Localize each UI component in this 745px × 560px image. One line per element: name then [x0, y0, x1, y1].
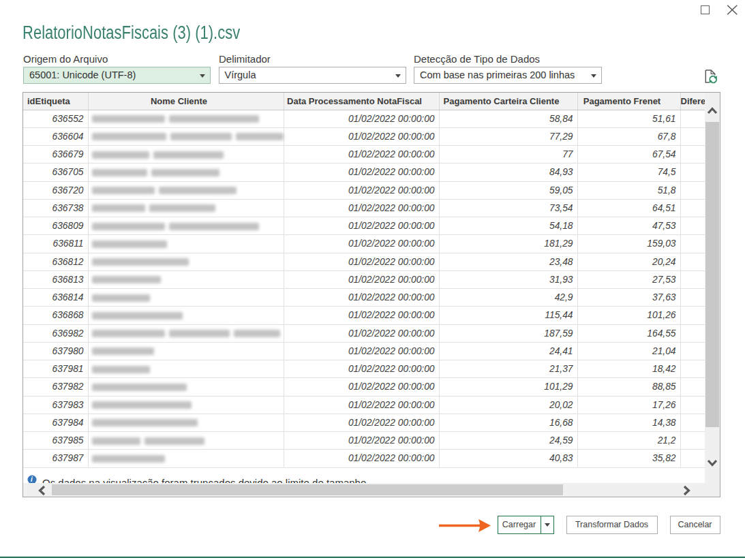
svg-text:i: i [31, 476, 33, 483]
